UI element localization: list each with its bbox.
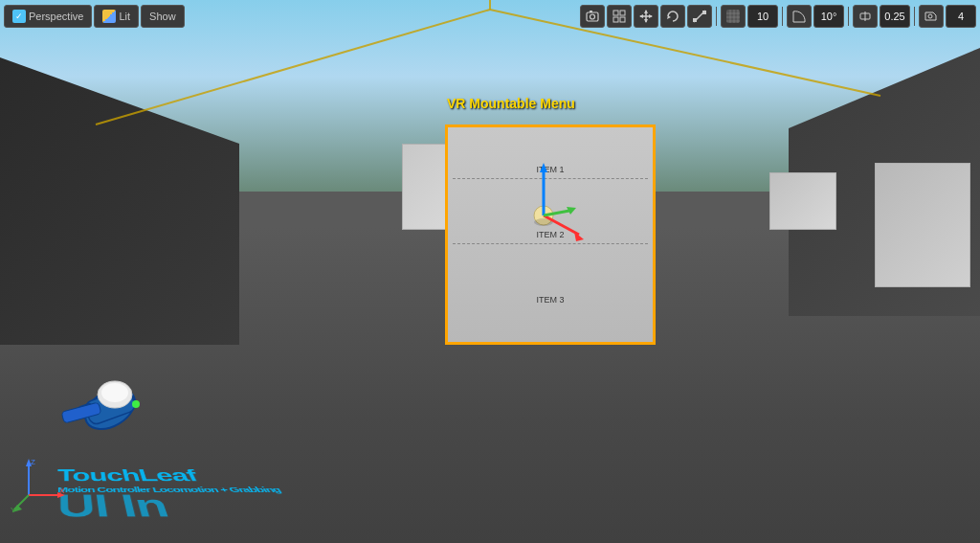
svg-text:Y: Y <box>11 506 16 514</box>
toolbar-left: ✓ Perspective Lit Show <box>4 5 578 28</box>
floor-text-brand: TouchLeaf <box>57 467 276 485</box>
scale-num[interactable]: 0.25 <box>880 5 910 28</box>
svg-text:Z: Z <box>31 458 35 466</box>
transform-gizmo <box>507 163 584 239</box>
viewport: TouchLeaf Motion Controller Locomotion +… <box>0 0 980 543</box>
lit-label: Lit <box>119 11 130 22</box>
svg-rect-33 <box>620 17 625 22</box>
toolbar-right: 10 10° 0.25 <box>580 5 976 28</box>
lit-icon <box>102 10 116 23</box>
svg-point-53 <box>928 14 932 18</box>
svg-marker-37 <box>644 19 648 23</box>
svg-rect-43 <box>693 18 697 22</box>
svg-marker-6 <box>540 163 547 172</box>
svg-marker-36 <box>644 10 648 13</box>
floor-text-overlay: TouchLeaf Motion Controller Locomotion +… <box>57 467 306 524</box>
svg-marker-39 <box>649 14 653 18</box>
svg-rect-30 <box>613 11 618 15</box>
perspective-check-icon: ✓ <box>12 10 26 23</box>
vr-controller <box>57 351 201 447</box>
show-label: Show <box>149 11 176 22</box>
box-right-large <box>875 163 970 287</box>
rotate-num[interactable]: 10° <box>813 5 844 28</box>
svg-rect-42 <box>702 11 706 14</box>
toolbar-separator-1 <box>716 7 717 26</box>
svg-point-16 <box>132 400 140 408</box>
show-button[interactable]: Show <box>141 5 185 28</box>
toolbar-separator-2 <box>782 7 783 26</box>
perspective-button[interactable]: ✓ Perspective <box>4 5 92 28</box>
svg-rect-32 <box>613 17 618 22</box>
axis-indicator: Z X Y <box>10 457 67 514</box>
vr-menu-item-2[interactable]: ITEM 3 <box>453 291 648 308</box>
toolbar-separator-3 <box>848 7 849 26</box>
svg-point-14 <box>101 383 128 402</box>
svg-point-28 <box>590 14 595 19</box>
svg-text:X: X <box>59 486 65 495</box>
svg-rect-27 <box>587 12 598 21</box>
grid-icon-btn[interactable] <box>607 5 632 28</box>
scale-value-icon[interactable] <box>853 5 878 28</box>
move-icon-btn[interactable] <box>634 5 658 28</box>
grid-num[interactable]: 10 <box>747 5 778 28</box>
svg-marker-38 <box>639 14 643 18</box>
svg-rect-31 <box>620 11 625 15</box>
camera-icon-btn[interactable] <box>580 5 605 28</box>
toolbar-separator-4 <box>914 7 915 26</box>
rotate-icon-btn[interactable] <box>660 5 685 28</box>
camera-num[interactable]: 4 <box>946 5 976 28</box>
box-right-small <box>769 172 836 230</box>
perspective-label: Perspective <box>29 11 83 22</box>
lit-button[interactable]: Lit <box>94 5 139 28</box>
floor-text-vr: UI In <box>57 488 306 524</box>
angle-icon-btn[interactable] <box>787 5 812 28</box>
svg-rect-29 <box>590 11 592 12</box>
vr-menu-title: VR Mountable Menu <box>447 96 575 111</box>
toolbar: ✓ Perspective Lit Show <box>0 0 980 33</box>
grid-toggle-icon[interactable] <box>721 5 746 28</box>
scale-icon-btn[interactable] <box>687 5 712 28</box>
camera-view-icon[interactable] <box>919 5 944 28</box>
